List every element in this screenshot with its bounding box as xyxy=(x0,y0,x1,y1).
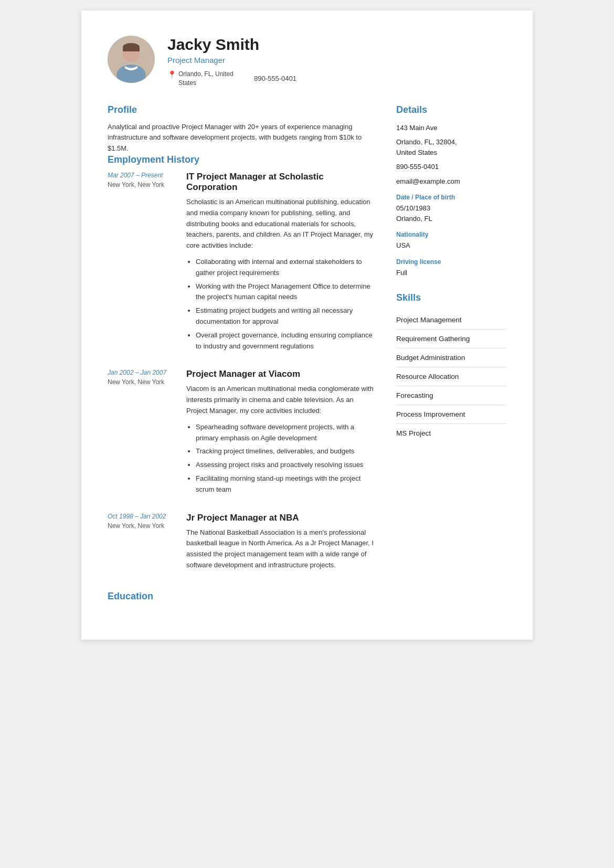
job-entry: Mar 2007 – Present New York, New York IT… xyxy=(108,172,375,354)
skill-item: Resource Allocation xyxy=(396,367,506,386)
license-value: Full xyxy=(396,268,506,278)
job-description: The National Basketball Association is a… xyxy=(186,527,375,571)
job-title: Project Manager xyxy=(167,56,506,65)
list-item: Spearheading software development projec… xyxy=(196,422,375,444)
job-bullets: Collaborating with internal and external… xyxy=(186,257,375,352)
employment-title: Employment History xyxy=(108,154,375,165)
skills-section: Skills Project Management Requirement Ga… xyxy=(396,292,506,442)
job-date: Oct 1998 – Jan 2002 xyxy=(108,513,176,520)
job-heading: IT Project Manager at Scholastic Corpora… xyxy=(186,172,375,193)
body-layout: Profile Analytical and proactive Project… xyxy=(108,104,506,608)
job-entry: Jan 2002 – Jan 2007 New York, New York P… xyxy=(108,369,375,497)
job-date-location: Mar 2007 – Present New York, New York xyxy=(108,172,176,354)
profile-title: Profile xyxy=(108,104,375,115)
list-item: Working with the Project Management Offi… xyxy=(196,281,375,303)
employment-section: Employment History Mar 2007 – Present Ne… xyxy=(108,154,375,576)
skill-item: Process Improvement xyxy=(396,405,506,424)
profile-section: Profile Analytical and proactive Project… xyxy=(108,104,375,154)
dob-value: 05/10/1983 Orlando, FL xyxy=(396,203,506,224)
job-date: Mar 2007 – Present xyxy=(108,172,176,179)
right-column: Details 143 Main Ave Orlando, FL, 32804,… xyxy=(396,104,506,608)
license-label: Driving license xyxy=(396,258,506,266)
location-text: Orlando, FL, United States xyxy=(178,70,241,88)
job-description: Viacom is an American multinational medi… xyxy=(186,384,375,416)
left-column: Profile Analytical and proactive Project… xyxy=(108,104,375,608)
location-wrap: 📍 Orlando, FL, United States xyxy=(167,70,241,88)
list-item: Estimating project budgets and writing a… xyxy=(196,305,375,327)
detail-email: email@example.com xyxy=(396,176,506,187)
list-item: Collaborating with internal and external… xyxy=(196,257,375,279)
detail-phone: 890-555-0401 xyxy=(396,162,506,172)
job-content: IT Project Manager at Scholastic Corpora… xyxy=(186,172,375,354)
list-item: Overall project governance, including en… xyxy=(196,330,375,352)
nationality-label: Nationality xyxy=(396,231,506,238)
detail-address2: Orlando, FL, 32804, United States xyxy=(396,137,506,157)
job-heading: Jr Project Manager at NBA xyxy=(186,513,375,523)
list-item: Tracking project timelines, deliverables… xyxy=(196,446,375,457)
job-description: Scholastic is an American multinational … xyxy=(186,197,375,251)
skill-item: Budget Administration xyxy=(396,348,506,367)
header-section: Jacky Smith Project Manager 📍 Orlando, F… xyxy=(108,36,506,88)
skill-item: Project Management xyxy=(396,311,506,330)
job-content: Jr Project Manager at NBA The National B… xyxy=(186,513,375,576)
skill-item: MS Project xyxy=(396,424,506,442)
job-date-location: Jan 2002 – Jan 2007 New York, New York xyxy=(108,369,176,497)
details-title: Details xyxy=(396,104,506,115)
dob-label: Date / Place of birth xyxy=(396,194,506,201)
job-date-location: Oct 1998 – Jan 2002 New York, New York xyxy=(108,513,176,576)
job-date: Jan 2002 – Jan 2007 xyxy=(108,369,176,376)
skill-item: Requirement Gathering xyxy=(396,330,506,348)
detail-address1: 143 Main Ave xyxy=(396,123,506,133)
list-item: Facilitating morning stand-up meetings w… xyxy=(196,473,375,495)
nationality-value: USA xyxy=(396,240,506,251)
skill-item: Forecasting xyxy=(396,386,506,405)
avatar xyxy=(108,36,155,83)
list-item: Assessing project risks and proactively … xyxy=(196,460,375,471)
phone-text: 890-555-0401 xyxy=(254,75,297,82)
education-section: Education xyxy=(108,591,375,602)
education-title: Education xyxy=(108,591,375,602)
candidate-name: Jacky Smith xyxy=(167,36,506,54)
job-location: New York, New York xyxy=(108,522,176,530)
job-bullets: Spearheading software development projec… xyxy=(186,422,375,495)
contact-line: 📍 Orlando, FL, United States 890-555-040… xyxy=(167,70,506,88)
location-icon: 📍 xyxy=(167,70,176,79)
skills-title: Skills xyxy=(396,292,506,303)
job-heading: Project Manager at Viacom xyxy=(186,369,375,379)
job-location: New York, New York xyxy=(108,181,176,188)
job-entry: Oct 1998 – Jan 2002 New York, New York J… xyxy=(108,513,375,576)
header-info: Jacky Smith Project Manager 📍 Orlando, F… xyxy=(167,36,506,88)
job-content: Project Manager at Viacom Viacom is an A… xyxy=(186,369,375,497)
resume-page: Jacky Smith Project Manager 📍 Orlando, F… xyxy=(81,10,533,640)
profile-text: Analytical and proactive Project Manager… xyxy=(108,122,375,154)
job-location: New York, New York xyxy=(108,378,176,386)
details-section: Details 143 Main Ave Orlando, FL, 32804,… xyxy=(396,104,506,278)
svg-rect-4 xyxy=(123,47,140,51)
